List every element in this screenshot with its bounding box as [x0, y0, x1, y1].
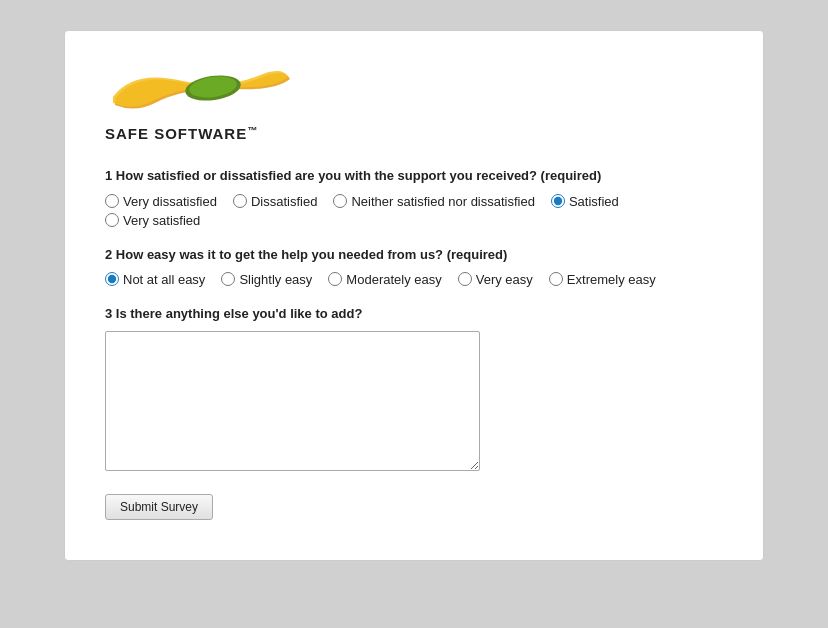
submit-survey-button[interactable]: Submit Survey — [105, 494, 213, 520]
q2-label-not-at-all: Not at all easy — [123, 272, 205, 287]
question-1-options: Very dissatisfied Dissatisfied Neither s… — [105, 194, 723, 228]
q1-option-dissatisfied[interactable]: Dissatisfied — [233, 194, 317, 209]
q1-label-very-satisfied: Very satisfied — [123, 213, 200, 228]
q1-option-very-satisfied[interactable]: Very satisfied — [105, 213, 200, 228]
q2-radio-not-at-all[interactable] — [105, 272, 119, 286]
q1-label-neither: Neither satisfied nor dissatisfied — [351, 194, 535, 209]
q1-option-neither[interactable]: Neither satisfied nor dissatisfied — [333, 194, 535, 209]
logo-tm: ™ — [247, 125, 258, 136]
survey-card: SAFE SOFTWARE™ 1 How satisfied or dissat… — [64, 30, 764, 561]
question-3-block: 3 Is there anything else you'd like to a… — [105, 305, 723, 474]
q2-radio-extremely[interactable] — [549, 272, 563, 286]
q2-option-not-at-all[interactable]: Not at all easy — [105, 272, 205, 287]
q2-radio-moderately[interactable] — [328, 272, 342, 286]
safe-software-logo — [105, 61, 295, 121]
question-2-block: 2 How easy was it to get the help you ne… — [105, 246, 723, 287]
q1-label-satisfied: Satisfied — [569, 194, 619, 209]
question-1-label: 1 How satisfied or dissatisfied are you … — [105, 167, 723, 185]
q1-label-dissatisfied: Dissatisfied — [251, 194, 317, 209]
logo-area: SAFE SOFTWARE™ — [105, 61, 723, 142]
q2-option-very[interactable]: Very easy — [458, 272, 533, 287]
q1-radio-very-dissatisfied[interactable] — [105, 194, 119, 208]
additional-comments-textarea[interactable] — [105, 331, 480, 471]
q2-label-slightly: Slightly easy — [239, 272, 312, 287]
q1-radio-satisfied[interactable] — [551, 194, 565, 208]
q1-option-satisfied[interactable]: Satisfied — [551, 194, 619, 209]
logo-text: SAFE SOFTWARE — [105, 125, 247, 142]
q1-label-very-dissatisfied: Very dissatisfied — [123, 194, 217, 209]
q2-radio-slightly[interactable] — [221, 272, 235, 286]
q2-label-very: Very easy — [476, 272, 533, 287]
q1-radio-dissatisfied[interactable] — [233, 194, 247, 208]
q2-label-moderately: Moderately easy — [346, 272, 441, 287]
q2-option-moderately[interactable]: Moderately easy — [328, 272, 441, 287]
question-3-label: 3 Is there anything else you'd like to a… — [105, 305, 723, 323]
question-2-label: 2 How easy was it to get the help you ne… — [105, 246, 723, 264]
q2-option-slightly[interactable]: Slightly easy — [221, 272, 312, 287]
q2-label-extremely: Extremely easy — [567, 272, 656, 287]
q1-radio-neither[interactable] — [333, 194, 347, 208]
q1-radio-very-satisfied[interactable] — [105, 213, 119, 227]
q2-radio-very[interactable] — [458, 272, 472, 286]
q2-option-extremely[interactable]: Extremely easy — [549, 272, 656, 287]
q1-option-very-dissatisfied[interactable]: Very dissatisfied — [105, 194, 217, 209]
question-1-block: 1 How satisfied or dissatisfied are you … — [105, 167, 723, 227]
question-2-options: Not at all easy Slightly easy Moderately… — [105, 272, 723, 287]
